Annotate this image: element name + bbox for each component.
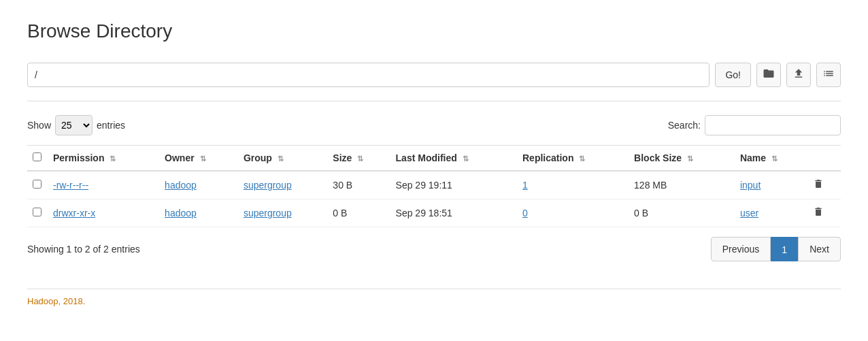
- previous-button[interactable]: Previous: [711, 237, 771, 261]
- copyright-text: Hadoop, 2018.: [27, 296, 841, 306]
- show-label: Show: [27, 120, 51, 131]
- delete-button-0[interactable]: [813, 180, 824, 191]
- row-delete-cell: [807, 171, 841, 199]
- sort-size-icon[interactable]: ⇅: [357, 155, 363, 163]
- sort-last-modified-icon[interactable]: ⇅: [463, 155, 469, 163]
- sort-name-icon[interactable]: ⇅: [771, 155, 778, 163]
- show-entries: Show 10 25 50 100 entries: [27, 115, 125, 135]
- row-owner: hadoop: [159, 199, 238, 227]
- upload-icon: [792, 67, 805, 82]
- search-row: Search:: [668, 115, 841, 135]
- search-input[interactable]: [705, 115, 841, 135]
- row-last-modified: Sep 29 18:51: [390, 199, 517, 227]
- replication-link-1[interactable]: 0: [522, 208, 528, 218]
- row-owner: hadoop: [159, 171, 238, 199]
- row-last-modified: Sep 29 19:11: [390, 171, 517, 199]
- showing-text: Showing 1 to 2 of 2 entries: [27, 244, 140, 255]
- th-group: Group ⇅: [238, 146, 327, 172]
- th-action: [807, 146, 841, 172]
- path-input[interactable]: [27, 63, 710, 87]
- th-checkbox: [27, 146, 48, 172]
- row-name: user: [735, 199, 808, 227]
- table-header-row: Permission ⇅ Owner ⇅ Group ⇅ Size ⇅ Last…: [27, 146, 841, 172]
- footer-row: Showing 1 to 2 of 2 entries Previous 1 N…: [27, 237, 841, 275]
- table-row: drwxr-xr-x hadoop supergroup 0 B Sep 29 …: [27, 199, 841, 227]
- th-block-size: Block Size ⇅: [629, 146, 735, 172]
- delete-button-1[interactable]: [813, 208, 824, 219]
- row-permission: -rw-r--r--: [48, 171, 159, 199]
- owner-link-0[interactable]: hadoop: [165, 180, 197, 191]
- row-replication: 0: [517, 199, 629, 227]
- group-link-1[interactable]: supergroup: [244, 208, 292, 218]
- th-replication: Replication ⇅: [517, 146, 629, 172]
- th-owner: Owner ⇅: [159, 146, 238, 172]
- sort-owner-icon[interactable]: ⇅: [200, 155, 206, 163]
- select-all-checkbox[interactable]: [33, 152, 41, 161]
- name-link-0[interactable]: input: [740, 180, 761, 191]
- row-permission: drwxr-xr-x: [48, 199, 159, 227]
- permission-link-1[interactable]: drwxr-xr-x: [53, 208, 95, 218]
- go-button[interactable]: Go!: [715, 63, 751, 87]
- sort-replication-icon[interactable]: ⇅: [579, 155, 585, 163]
- entries-label: entries: [97, 120, 125, 131]
- divider: [27, 289, 841, 289]
- sort-permission-icon[interactable]: ⇅: [110, 155, 116, 163]
- current-page[interactable]: 1: [771, 237, 798, 261]
- th-last-modified: Last Modified ⇅: [390, 146, 517, 172]
- path-bar: Go!: [27, 63, 841, 101]
- sort-group-icon[interactable]: ⇅: [278, 155, 284, 163]
- table-row: -rw-r--r-- hadoop supergroup 30 B Sep 29…: [27, 171, 841, 199]
- page-title: Browse Directory: [27, 20, 841, 42]
- directory-table: Permission ⇅ Owner ⇅ Group ⇅ Size ⇅ Last…: [27, 145, 841, 227]
- row-checkbox-0[interactable]: [33, 180, 41, 189]
- sort-block-size-icon[interactable]: ⇅: [687, 155, 693, 163]
- list-view-button[interactable]: [816, 63, 841, 87]
- row-block-size: 0 B: [629, 199, 735, 227]
- entries-select[interactable]: 10 25 50 100: [55, 115, 93, 135]
- th-name: Name ⇅: [735, 146, 808, 172]
- replication-link-0[interactable]: 1: [522, 180, 528, 191]
- row-name: input: [735, 171, 808, 199]
- group-link-0[interactable]: supergroup: [244, 180, 292, 191]
- row-replication: 1: [517, 171, 629, 199]
- owner-link-1[interactable]: hadoop: [165, 208, 197, 218]
- row-size: 30 B: [327, 171, 390, 199]
- row-group: supergroup: [238, 199, 327, 227]
- name-link-1[interactable]: user: [740, 208, 758, 218]
- permission-link-0[interactable]: -rw-r--r--: [53, 180, 88, 191]
- controls-row: Show 10 25 50 100 entries Search:: [27, 115, 841, 135]
- th-size: Size ⇅: [327, 146, 390, 172]
- row-checkbox-1[interactable]: [33, 208, 41, 216]
- row-checkbox-cell: [27, 199, 48, 227]
- th-permission: Permission ⇅: [48, 146, 159, 172]
- row-delete-cell: [807, 199, 841, 227]
- row-block-size: 128 MB: [629, 171, 735, 199]
- next-button[interactable]: Next: [798, 237, 841, 261]
- pagination: Previous 1 Next: [711, 237, 841, 261]
- row-checkbox-cell: [27, 171, 48, 199]
- folder-icon: [763, 67, 775, 82]
- row-group: supergroup: [238, 171, 327, 199]
- list-icon: [822, 67, 835, 82]
- upload-button[interactable]: [786, 63, 811, 87]
- search-label: Search:: [668, 120, 701, 131]
- row-size: 0 B: [327, 199, 390, 227]
- folder-button[interactable]: [756, 63, 781, 87]
